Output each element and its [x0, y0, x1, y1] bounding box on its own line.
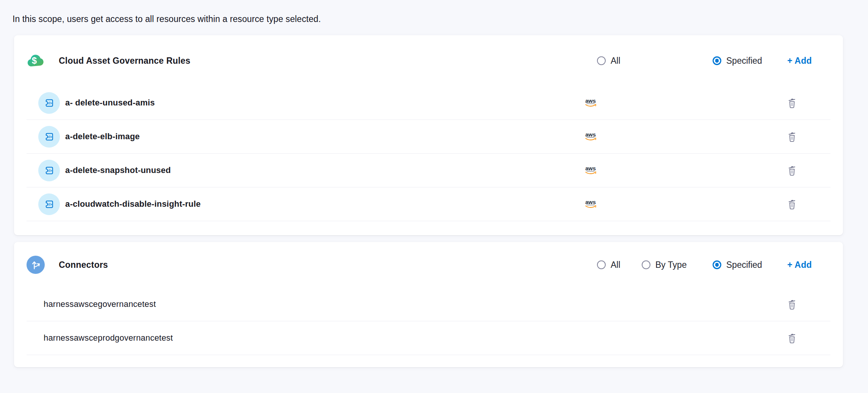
radio-circle[interactable]: [597, 261, 606, 269]
radio-all[interactable]: All: [597, 260, 620, 270]
governance-rule-row: </> a-delete-snapshot-unused aws: [27, 153, 830, 187]
svg-text:</>: </>: [47, 169, 52, 173]
connector-name: harnessawsceprodgovernancetest: [44, 333, 173, 343]
rule-name: a-cloudwatch-disable-insight-rule: [65, 199, 201, 209]
trash-icon: [787, 333, 797, 344]
aws-logo: aws: [584, 98, 598, 108]
connector-name: harnessawscegovernancetest: [44, 299, 156, 309]
svg-text:</>: </>: [47, 101, 52, 105]
trash-icon: [787, 199, 797, 210]
section-title: Connectors: [59, 260, 108, 270]
delete-connector-button[interactable]: [786, 332, 797, 344]
cloud-dollar-icon: $: [27, 52, 45, 70]
resource-scope-page: In this scope, users get access to all r…: [0, 0, 868, 393]
governance-rules-header: $ Cloud Asset Governance Rules All Speci…: [27, 35, 830, 86]
governance-rule-row: </> a-cloudwatch-disable-insight-rule aw…: [27, 187, 830, 221]
svg-text:aws: aws: [585, 165, 596, 171]
delete-rule-button[interactable]: [786, 164, 797, 176]
aws-logo: aws: [584, 132, 598, 141]
branch-arrows-icon: [27, 256, 45, 274]
rule-ticket-icon: </>: [43, 97, 55, 109]
radio-all[interactable]: All: [597, 56, 620, 66]
rule-name: a-delete-snapshot-unused: [65, 165, 171, 175]
connectors-header: Connectors All By Type Specified + Add: [27, 242, 830, 288]
delete-rule-button[interactable]: [786, 130, 797, 143]
svg-text:aws: aws: [585, 98, 596, 104]
radio-specified[interactable]: Specified: [713, 56, 762, 66]
delete-connector-button[interactable]: [786, 298, 797, 310]
svg-text:aws: aws: [585, 199, 596, 205]
aws-logo: aws: [584, 199, 598, 209]
trash-icon: [787, 299, 797, 310]
radio-circle[interactable]: [713, 57, 721, 65]
svg-text:</>: </>: [47, 203, 52, 206]
rule-ticket-icon: </>: [43, 198, 55, 210]
svg-text:$: $: [32, 55, 37, 66]
governance-rules-scope-controls: All Specified + Add: [597, 35, 830, 86]
rule-ticket-icon: </>: [43, 131, 55, 143]
add-rules-button[interactable]: + Add: [787, 56, 812, 66]
governance-rules-list: </> a- delete-unused-amis aws: [27, 86, 830, 221]
aws-logo: aws: [584, 165, 598, 175]
rule-badge: </>: [38, 92, 60, 114]
svg-text:aws: aws: [585, 132, 596, 138]
radio-circle[interactable]: [713, 261, 721, 269]
governance-rules-card: $ Cloud Asset Governance Rules All Speci…: [14, 35, 843, 235]
connectors-list: harnessawscegovernancetest harnessawscep…: [27, 288, 830, 355]
delete-rule-button[interactable]: [786, 198, 797, 210]
add-connectors-button[interactable]: + Add: [787, 260, 812, 270]
trash-icon: [787, 165, 797, 176]
radio-circle[interactable]: [597, 57, 606, 65]
connectors-scope-controls: All By Type Specified + Add: [597, 242, 830, 288]
trash-icon: [787, 131, 797, 142]
rule-ticket-icon: </>: [43, 165, 55, 176]
svg-text:</>: </>: [47, 135, 52, 139]
radio-circle[interactable]: [642, 261, 650, 269]
scope-description: In this scope, users get access to all r…: [13, 14, 321, 24]
rule-name: a- delete-unused-amis: [65, 98, 155, 108]
connector-row: harnessawsceprodgovernancetest: [27, 321, 830, 355]
radio-specified[interactable]: Specified: [713, 260, 762, 270]
delete-rule-button[interactable]: [786, 97, 797, 109]
section-title: Cloud Asset Governance Rules: [59, 56, 190, 66]
rule-badge: </>: [38, 126, 60, 148]
rule-name: a-delete-elb-image: [65, 132, 140, 141]
radio-by-type[interactable]: By Type: [642, 260, 687, 270]
governance-rule-row: </> a- delete-unused-amis aws: [27, 86, 830, 119]
trash-icon: [787, 97, 797, 108]
rule-badge: </>: [38, 160, 60, 181]
connectors-card: Connectors All By Type Specified + Add: [14, 242, 843, 367]
connector-row: harnessawscegovernancetest: [27, 288, 830, 321]
rule-badge: </>: [38, 193, 60, 215]
governance-rule-row: </> a-delete-elb-image aws: [27, 119, 830, 153]
